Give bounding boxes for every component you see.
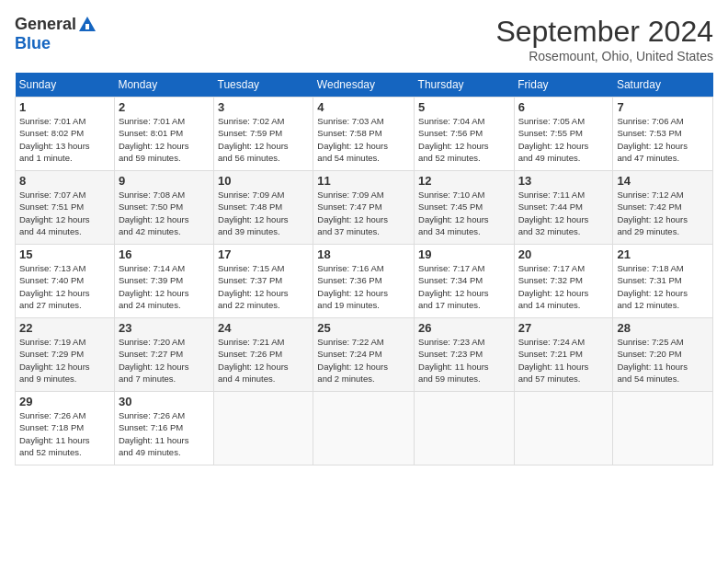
day-number: 3 bbox=[218, 100, 309, 114]
day-number: 16 bbox=[119, 247, 210, 261]
day-info: Sunrise: 7:08 AM Sunset: 7:50 PM Dayligh… bbox=[119, 189, 210, 237]
day-number: 27 bbox=[518, 321, 609, 335]
calendar-cell: 18Sunrise: 7:16 AM Sunset: 7:36 PM Dayli… bbox=[313, 245, 415, 318]
calendar-week-1: 1Sunrise: 7:01 AM Sunset: 8:02 PM Daylig… bbox=[16, 98, 713, 171]
calendar-cell: 19Sunrise: 7:17 AM Sunset: 7:34 PM Dayli… bbox=[415, 245, 515, 318]
day-number: 20 bbox=[518, 247, 609, 261]
day-info: Sunrise: 7:26 AM Sunset: 7:16 PM Dayligh… bbox=[119, 409, 210, 458]
day-info: Sunrise: 7:12 AM Sunset: 7:42 PM Dayligh… bbox=[617, 189, 709, 237]
day-info: Sunrise: 7:03 AM Sunset: 7:58 PM Dayligh… bbox=[317, 115, 410, 164]
day-info: Sunrise: 7:22 AM Sunset: 7:24 PM Dayligh… bbox=[317, 336, 410, 385]
logo: General Blue bbox=[15, 15, 98, 53]
day-number: 6 bbox=[518, 100, 609, 114]
day-number: 19 bbox=[418, 247, 510, 261]
calendar-cell: 12Sunrise: 7:10 AM Sunset: 7:45 PM Dayli… bbox=[415, 171, 515, 245]
day-number: 5 bbox=[418, 100, 510, 114]
calendar-cell bbox=[613, 392, 713, 465]
day-info: Sunrise: 7:06 AM Sunset: 7:53 PM Dayligh… bbox=[617, 115, 709, 164]
calendar-cell: 20Sunrise: 7:17 AM Sunset: 7:32 PM Dayli… bbox=[514, 245, 613, 318]
day-info: Sunrise: 7:09 AM Sunset: 7:47 PM Dayligh… bbox=[317, 189, 410, 237]
calendar-cell: 2Sunrise: 7:01 AM Sunset: 8:01 PM Daylig… bbox=[114, 98, 213, 171]
calendar-week-3: 15Sunrise: 7:13 AM Sunset: 7:40 PM Dayli… bbox=[16, 245, 713, 318]
day-number: 1 bbox=[19, 100, 110, 114]
day-number: 22 bbox=[19, 321, 110, 335]
page-header: General Blue September 2024 Rosemount, O… bbox=[15, 15, 713, 63]
calendar-cell: 14Sunrise: 7:12 AM Sunset: 7:42 PM Dayli… bbox=[613, 171, 713, 245]
day-info: Sunrise: 7:04 AM Sunset: 7:56 PM Dayligh… bbox=[418, 115, 510, 164]
day-info: Sunrise: 7:02 AM Sunset: 7:59 PM Dayligh… bbox=[218, 115, 309, 164]
day-number: 30 bbox=[119, 395, 210, 408]
day-number: 14 bbox=[617, 174, 709, 188]
month-title: September 2024 bbox=[495, 15, 713, 49]
calendar-cell: 22Sunrise: 7:19 AM Sunset: 7:29 PM Dayli… bbox=[16, 318, 115, 392]
calendar-cell: 24Sunrise: 7:21 AM Sunset: 7:26 PM Dayli… bbox=[214, 318, 313, 392]
calendar-header-row: SundayMondayTuesdayWednesdayThursdayFrid… bbox=[16, 73, 713, 98]
day-info: Sunrise: 7:21 AM Sunset: 7:26 PM Dayligh… bbox=[218, 336, 309, 385]
day-info: Sunrise: 7:26 AM Sunset: 7:18 PM Dayligh… bbox=[19, 409, 110, 458]
calendar-body: 1Sunrise: 7:01 AM Sunset: 8:02 PM Daylig… bbox=[16, 98, 713, 465]
day-number: 4 bbox=[317, 100, 410, 114]
calendar-cell: 11Sunrise: 7:09 AM Sunset: 7:47 PM Dayli… bbox=[313, 171, 415, 245]
day-number: 29 bbox=[19, 395, 110, 408]
svg-rect-1 bbox=[85, 24, 89, 29]
calendar-cell: 23Sunrise: 7:20 AM Sunset: 7:27 PM Dayli… bbox=[114, 318, 213, 392]
day-info: Sunrise: 7:07 AM Sunset: 7:51 PM Dayligh… bbox=[19, 189, 110, 237]
weekday-header-friday: Friday bbox=[514, 73, 613, 98]
day-info: Sunrise: 7:10 AM Sunset: 7:45 PM Dayligh… bbox=[418, 189, 510, 237]
calendar-week-2: 8Sunrise: 7:07 AM Sunset: 7:51 PM Daylig… bbox=[16, 171, 713, 245]
calendar-cell: 16Sunrise: 7:14 AM Sunset: 7:39 PM Dayli… bbox=[114, 245, 213, 318]
calendar-cell: 28Sunrise: 7:25 AM Sunset: 7:20 PM Dayli… bbox=[613, 318, 713, 392]
day-number: 26 bbox=[418, 321, 510, 335]
calendar-cell: 30Sunrise: 7:26 AM Sunset: 7:16 PM Dayli… bbox=[114, 392, 213, 465]
day-number: 24 bbox=[218, 321, 309, 335]
day-number: 2 bbox=[119, 100, 210, 114]
weekday-header-saturday: Saturday bbox=[613, 73, 713, 98]
day-number: 25 bbox=[317, 321, 410, 335]
day-number: 12 bbox=[418, 174, 510, 188]
calendar-cell: 13Sunrise: 7:11 AM Sunset: 7:44 PM Dayli… bbox=[514, 171, 613, 245]
calendar-cell bbox=[514, 392, 613, 465]
day-info: Sunrise: 7:05 AM Sunset: 7:55 PM Dayligh… bbox=[518, 115, 609, 164]
day-number: 15 bbox=[19, 247, 110, 261]
calendar-cell: 25Sunrise: 7:22 AM Sunset: 7:24 PM Dayli… bbox=[313, 318, 415, 392]
weekday-header-tuesday: Tuesday bbox=[214, 73, 313, 98]
logo-blue-text: Blue bbox=[15, 34, 51, 52]
day-info: Sunrise: 7:18 AM Sunset: 7:31 PM Dayligh… bbox=[617, 262, 709, 311]
calendar-cell bbox=[214, 392, 313, 465]
weekday-header-sunday: Sunday bbox=[16, 73, 115, 98]
calendar-cell: 1Sunrise: 7:01 AM Sunset: 8:02 PM Daylig… bbox=[16, 98, 115, 171]
day-info: Sunrise: 7:15 AM Sunset: 7:37 PM Dayligh… bbox=[218, 262, 309, 311]
day-number: 18 bbox=[317, 247, 410, 261]
calendar-cell: 21Sunrise: 7:18 AM Sunset: 7:31 PM Dayli… bbox=[613, 245, 713, 318]
weekday-header-thursday: Thursday bbox=[415, 73, 515, 98]
calendar-cell: 10Sunrise: 7:09 AM Sunset: 7:48 PM Dayli… bbox=[214, 171, 313, 245]
calendar-cell: 3Sunrise: 7:02 AM Sunset: 7:59 PM Daylig… bbox=[214, 98, 313, 171]
day-info: Sunrise: 7:11 AM Sunset: 7:44 PM Dayligh… bbox=[518, 189, 609, 237]
day-number: 21 bbox=[617, 247, 709, 261]
calendar-cell: 29Sunrise: 7:26 AM Sunset: 7:18 PM Dayli… bbox=[16, 392, 115, 465]
day-info: Sunrise: 7:01 AM Sunset: 8:01 PM Dayligh… bbox=[119, 115, 210, 164]
calendar-cell: 5Sunrise: 7:04 AM Sunset: 7:56 PM Daylig… bbox=[415, 98, 515, 171]
calendar-cell: 15Sunrise: 7:13 AM Sunset: 7:40 PM Dayli… bbox=[16, 245, 115, 318]
day-info: Sunrise: 7:19 AM Sunset: 7:29 PM Dayligh… bbox=[19, 336, 110, 385]
calendar-cell: 4Sunrise: 7:03 AM Sunset: 7:58 PM Daylig… bbox=[313, 98, 415, 171]
day-number: 10 bbox=[218, 174, 309, 188]
day-info: Sunrise: 7:25 AM Sunset: 7:20 PM Dayligh… bbox=[617, 336, 709, 385]
weekday-header-monday: Monday bbox=[114, 73, 213, 98]
calendar-week-4: 22Sunrise: 7:19 AM Sunset: 7:29 PM Dayli… bbox=[16, 318, 713, 392]
day-info: Sunrise: 7:17 AM Sunset: 7:32 PM Dayligh… bbox=[518, 262, 609, 311]
day-number: 9 bbox=[119, 174, 210, 188]
day-info: Sunrise: 7:23 AM Sunset: 7:23 PM Dayligh… bbox=[418, 336, 510, 385]
calendar-cell bbox=[415, 392, 515, 465]
calendar-cell: 26Sunrise: 7:23 AM Sunset: 7:23 PM Dayli… bbox=[415, 318, 515, 392]
day-info: Sunrise: 7:14 AM Sunset: 7:39 PM Dayligh… bbox=[119, 262, 210, 311]
day-info: Sunrise: 7:13 AM Sunset: 7:40 PM Dayligh… bbox=[19, 262, 110, 311]
day-number: 7 bbox=[617, 100, 709, 114]
calendar-cell bbox=[313, 392, 415, 465]
calendar-cell: 8Sunrise: 7:07 AM Sunset: 7:51 PM Daylig… bbox=[16, 171, 115, 245]
day-number: 17 bbox=[218, 247, 309, 261]
day-info: Sunrise: 7:01 AM Sunset: 8:02 PM Dayligh… bbox=[19, 115, 110, 164]
calendar-cell: 6Sunrise: 7:05 AM Sunset: 7:55 PM Daylig… bbox=[514, 98, 613, 171]
day-info: Sunrise: 7:17 AM Sunset: 7:34 PM Dayligh… bbox=[418, 262, 510, 311]
day-number: 11 bbox=[317, 174, 410, 188]
